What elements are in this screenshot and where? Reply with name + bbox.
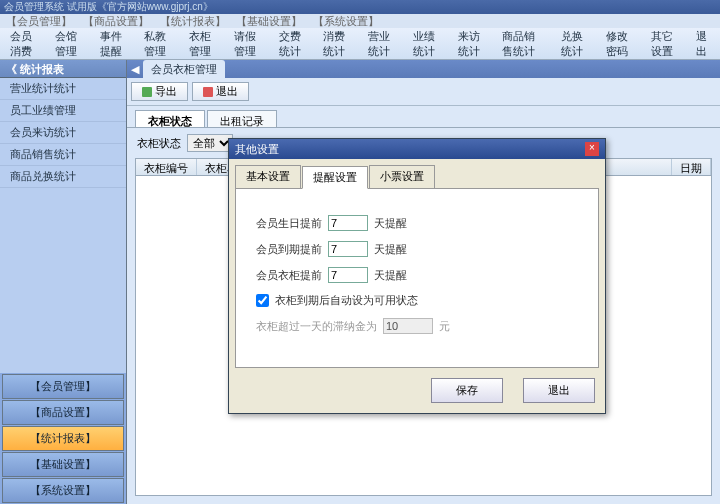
tab-basic[interactable]: 基本设置 xyxy=(235,165,301,188)
tab-close-icon[interactable]: ◀ xyxy=(131,63,139,76)
locker-days-input[interactable] xyxy=(328,267,368,283)
exit-icon xyxy=(203,87,213,97)
dialog-footer: 保存 退出 xyxy=(229,368,605,413)
subtabs: 衣柜状态 出租记录 xyxy=(127,106,720,128)
sidebar: 《 统计报表 营业统计统计员工业绩管理会员来访统计商品销售统计商品兑换统计 【会… xyxy=(0,60,127,504)
toolbar-button[interactable]: 衣柜管理 xyxy=(181,30,226,57)
sidebar-nav-button[interactable]: 【商品设置】 xyxy=(2,400,124,425)
dialog-body: 会员生日提前天提醒 会员到期提前天提醒 会员衣柜提前天提醒 衣柜到期后自动设为可… xyxy=(235,188,599,368)
toolbar-button[interactable]: 消费统计 xyxy=(315,30,360,57)
menu-item[interactable]: 【统计报表】 xyxy=(160,15,226,27)
toolbar-button[interactable]: 事件提醒 xyxy=(92,30,137,57)
sidebar-item[interactable]: 营业统计统计 xyxy=(0,78,126,100)
subtab-status[interactable]: 衣柜状态 xyxy=(135,110,205,127)
sidebar-list: 营业统计统计员工业绩管理会员来访统计商品销售统计商品兑换统计 xyxy=(0,78,126,373)
toolbar-button[interactable]: 会馆管理 xyxy=(47,30,92,57)
export-icon xyxy=(142,87,152,97)
label: 衣柜超过一天的滞纳金为 xyxy=(256,319,377,334)
filter-select[interactable]: 全部 xyxy=(187,134,233,152)
toolbar-button[interactable]: 兑换统计 xyxy=(553,30,598,57)
menu-item[interactable]: 【系统设置】 xyxy=(313,15,379,27)
save-button[interactable]: 保存 xyxy=(431,378,503,403)
menu-item[interactable]: 【基础设置】 xyxy=(236,15,302,27)
label: 天提醒 xyxy=(374,242,407,257)
label: 会员衣柜提前 xyxy=(256,268,322,283)
dialog-title: 其他设置 xyxy=(235,142,279,157)
sidebar-item[interactable]: 员工业绩管理 xyxy=(0,100,126,122)
toolbar-button[interactable]: 私教管理 xyxy=(136,30,181,57)
tab-remind[interactable]: 提醒设置 xyxy=(302,166,368,189)
sidebar-item[interactable]: 商品销售统计 xyxy=(0,144,126,166)
content-toolbar: 导出 退出 xyxy=(127,78,720,106)
column-header[interactable]: 衣柜编号 xyxy=(136,159,197,175)
content-tabbar: ◀ 会员衣柜管理 xyxy=(127,60,720,78)
toolbar-button[interactable]: 退出 xyxy=(688,30,718,57)
sidebar-nav-button[interactable]: 【系统设置】 xyxy=(2,478,124,503)
exit-button[interactable]: 退出 xyxy=(192,82,249,101)
late-fee-input xyxy=(383,318,433,334)
column-header[interactable]: 日期 xyxy=(672,159,711,175)
sidebar-nav-button[interactable]: 【基础设置】 xyxy=(2,452,124,477)
label: 天提醒 xyxy=(374,268,407,283)
menubar: 【会员管理】 【商品设置】 【统计报表】 【基础设置】 【系统设置】 xyxy=(0,14,720,28)
toolbar-button[interactable]: 交费统计 xyxy=(271,30,316,57)
toolbar: 会员消费会馆管理事件提醒私教管理衣柜管理请假管理交费统计消费统计营业统计业绩统计… xyxy=(0,28,720,60)
filter-label: 衣柜状态 xyxy=(137,136,181,151)
dialog-tabs: 基本设置 提醒设置 小票设置 xyxy=(229,159,605,188)
dialog-titlebar[interactable]: 其他设置 × xyxy=(229,139,605,159)
toolbar-button[interactable]: 来访统计 xyxy=(450,30,495,57)
auto-available-checkbox[interactable] xyxy=(256,294,269,307)
close-icon[interactable]: × xyxy=(585,142,599,156)
sidebar-header: 《 统计报表 xyxy=(0,60,126,78)
toolbar-button[interactable]: 其它设置 xyxy=(643,30,688,57)
label: 会员到期提前 xyxy=(256,242,322,257)
label: 衣柜到期后自动设为可用状态 xyxy=(275,293,418,308)
exit-button[interactable]: 退出 xyxy=(523,378,595,403)
settings-dialog: 其他设置 × 基本设置 提醒设置 小票设置 会员生日提前天提醒 会员到期提前天提… xyxy=(228,138,606,414)
toolbar-button[interactable]: 修改密码 xyxy=(598,30,643,57)
menu-item[interactable]: 【商品设置】 xyxy=(83,15,149,27)
window-titlebar: 会员管理系统 试用版《官方网站www.gjprj.cn》 xyxy=(0,0,720,14)
label: 会员生日提前 xyxy=(256,216,322,231)
content-tab[interactable]: 会员衣柜管理 xyxy=(143,60,225,79)
label: 元 xyxy=(439,319,450,334)
tab-receipt[interactable]: 小票设置 xyxy=(369,165,435,188)
menu-item[interactable]: 【会员管理】 xyxy=(6,15,72,27)
sidebar-nav-button[interactable]: 【统计报表】 xyxy=(2,426,124,451)
sidebar-item[interactable]: 商品兑换统计 xyxy=(0,166,126,188)
toolbar-button[interactable]: 商品销售统计 xyxy=(494,30,553,57)
toolbar-button[interactable]: 营业统计 xyxy=(360,30,405,57)
subtab-records[interactable]: 出租记录 xyxy=(207,110,277,127)
toolbar-button[interactable]: 请假管理 xyxy=(226,30,271,57)
sidebar-item[interactable]: 会员来访统计 xyxy=(0,122,126,144)
toolbar-button[interactable]: 业绩统计 xyxy=(405,30,450,57)
sidebar-nav-button[interactable]: 【会员管理】 xyxy=(2,374,124,399)
expire-days-input[interactable] xyxy=(328,241,368,257)
export-button[interactable]: 导出 xyxy=(131,82,188,101)
toolbar-button[interactable]: 会员消费 xyxy=(2,30,47,57)
sidebar-bottom: 【会员管理】【商品设置】【统计报表】【基础设置】【系统设置】 xyxy=(0,373,126,504)
birthday-days-input[interactable] xyxy=(328,215,368,231)
label: 天提醒 xyxy=(374,216,407,231)
